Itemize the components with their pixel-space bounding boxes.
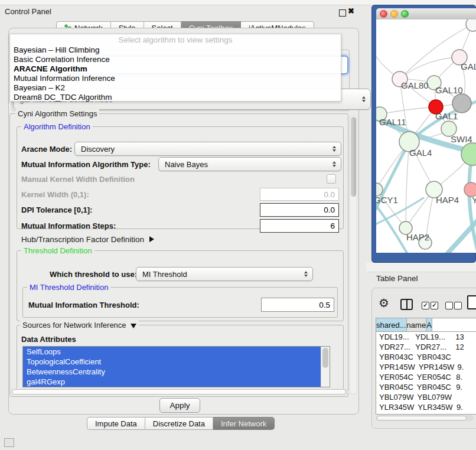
- dropdown-item[interactable]: Bayesian – K2: [10, 83, 341, 93]
- dropdown-item[interactable]: ARACNE Algorithm: [10, 64, 341, 74]
- table-cell: YBR045C: [376, 383, 413, 392]
- table-row[interactable]: YPR145WYPR145W9.: [376, 362, 476, 372]
- table-cell: YPR145W: [376, 363, 415, 371]
- table-row[interactable]: YIL052CYIL052C9.: [376, 412, 476, 415]
- node-table[interactable]: shared...nameA YDL19...YDL19...13YDR27..…: [376, 318, 476, 415]
- network-node[interactable]: [466, 19, 476, 31]
- table-row[interactable]: YDL19...YDL19...13: [376, 332, 476, 342]
- table-row[interactable]: YLR345WYLR345W9.: [376, 402, 476, 412]
- list-vertical-scrollbar[interactable]: [321, 347, 330, 387]
- aracne-mode-combobox[interactable]: Discovery: [74, 142, 341, 156]
- table-panel-title: Table Panel: [376, 274, 418, 283]
- column-header-name[interactable]: name: [407, 318, 427, 331]
- column-header-A[interactable]: A: [426, 318, 432, 331]
- checked-checkbox-icon[interactable]: ✓: [431, 302, 438, 309]
- dpi-tolerance-input[interactable]: 0.0: [260, 203, 339, 217]
- table-cell: YLR345W: [414, 403, 454, 412]
- hub-definition-expander[interactable]: Hub/Transcription Factor Definition: [21, 234, 154, 244]
- apply-button[interactable]: Apply: [159, 398, 200, 413]
- aracne-mode-value: Discovery: [81, 145, 115, 154]
- table-row[interactable]: YBR045CYBR045C9.: [376, 382, 476, 392]
- dropdown-item[interactable]: Dream8 DC_TDC Algorithm: [10, 93, 341, 102]
- mac-close-button[interactable]: [380, 10, 387, 18]
- settings-vertical-scrollbar-thumb[interactable]: [351, 117, 356, 197]
- network-node[interactable]: [452, 94, 471, 113]
- table-row[interactable]: YBR043CYBR043C: [376, 352, 476, 362]
- attribute-list-item[interactable]: BetweennessCentrality: [23, 367, 321, 377]
- node-label: SWI4: [451, 134, 472, 144]
- node-label: GAL: [461, 61, 476, 71]
- table-cell: 9.: [453, 383, 476, 392]
- new-table-icon[interactable]: [467, 295, 476, 309]
- mi-steps-input[interactable]: 6: [260, 219, 339, 233]
- algorithm-definition-legend: Algorithm Definition: [21, 122, 93, 131]
- network-node[interactable]: [461, 143, 476, 165]
- app-root: Control Panel ✖ NetworkStyleSelectCyni T…: [0, 0, 476, 450]
- which-threshold-combobox[interactable]: MI Threshold: [136, 267, 313, 281]
- stepper-arrows-icon: [304, 271, 308, 277]
- mi-type-combobox[interactable]: Naive Bayes: [158, 157, 341, 171]
- minimized-panel-icon[interactable]: [4, 438, 14, 447]
- tab-impute-data[interactable]: Impute Data: [87, 417, 145, 430]
- unchecked-checkbox-icon[interactable]: [454, 302, 462, 309]
- dropdown-placeholder: Select algorithm to view settings: [10, 35, 341, 45]
- attribute-list-item[interactable]: gal4RGexp: [23, 377, 321, 387]
- node-label: GAL11: [379, 117, 406, 127]
- algorithm-dropdown-list: Select algorithm to view settings Bayesi…: [9, 34, 341, 102]
- table-row[interactable]: YBL079WYBL079W: [376, 392, 476, 402]
- mac-minimize-button[interactable]: [390, 10, 398, 18]
- table-cell: YIL052C: [376, 413, 412, 415]
- gear-icon[interactable]: ⚙: [379, 295, 389, 311]
- data-attributes-list[interactable]: SelfLoopsTopologicalCoefficientBetweenne…: [22, 346, 330, 387]
- table-cell: 9.: [452, 413, 476, 415]
- mi-type-label: Mutual Information Algorithm Type:: [21, 157, 151, 171]
- tab-label: Infer Network: [221, 419, 266, 428]
- mac-zoom-button[interactable]: [401, 10, 409, 18]
- dropdown-item[interactable]: Bayesian – Hill Climbing: [10, 45, 341, 55]
- sources-expander[interactable]: Sources for Network Inference: [20, 321, 139, 330]
- table-row[interactable]: YER054CYER054C8.: [376, 372, 476, 382]
- cyni-settings-legend: Cyni Algorithm Settings: [15, 109, 99, 118]
- hub-definition-label: Hub/Transcription Factor Definition: [21, 235, 144, 244]
- list-vertical-scrollbar-thumb[interactable]: [322, 348, 328, 368]
- tab-infer-network[interactable]: Infer Network: [213, 417, 275, 430]
- which-threshold-label: Which threshold to use:: [50, 267, 137, 281]
- sources-legend: Sources for Network Inference: [22, 321, 126, 330]
- dropdown-item[interactable]: Mutual Information Inference: [10, 74, 341, 83]
- aracne-mode-label: Aracne Mode:: [21, 142, 72, 156]
- mi-type-value: Naive Bayes: [165, 160, 208, 169]
- stepper-arrows-icon: [332, 161, 336, 167]
- unchecked-checkbox-icon[interactable]: [445, 302, 453, 309]
- table-cell: 9.: [454, 403, 476, 412]
- which-threshold-value: MI Threshold: [142, 270, 187, 279]
- attribute-list-item[interactable]: SelfLoops: [23, 347, 321, 357]
- mi-threshold-label: Mutual Information Threshold:: [28, 298, 139, 312]
- manual-kernel-checkbox[interactable]: [327, 174, 336, 184]
- network-canvas[interactable]: GALGAL80GAL10GAL1GAL11SWI4GAL4GCY1HAP4YH…: [376, 19, 476, 253]
- stepper-arrows-icon: [362, 96, 366, 102]
- columns-icon[interactable]: [400, 299, 413, 310]
- table-cell: 8.: [453, 373, 476, 381]
- float-window-icon[interactable]: [339, 9, 346, 17]
- attribute-list-item[interactable]: TopologicalCoefficient: [23, 357, 321, 367]
- network-edge[interactable]: [400, 57, 459, 79]
- table-horizontal-scrollbar-thumb[interactable]: [377, 416, 467, 420]
- checked-checkbox-icon[interactable]: ✓: [422, 302, 429, 309]
- stepper-arrows-icon: [332, 146, 336, 152]
- settings-horizontal-scrollbar-thumb[interactable]: [12, 389, 346, 394]
- table-cell: 13: [452, 332, 476, 341]
- column-header-shared...[interactable]: shared...: [376, 318, 407, 331]
- table-cell: YER054C: [376, 373, 413, 381]
- network-edge[interactable]: [380, 107, 436, 114]
- table-cell: YDR27...: [376, 343, 412, 351]
- tab-discretize-data[interactable]: Discretize Data: [145, 417, 213, 430]
- close-icon[interactable]: ✖: [348, 6, 354, 15]
- mi-threshold-input[interactable]: 0.5: [261, 298, 334, 312]
- table-body: YDL19...YDL19...13YDR27...YDR27...12YBR0…: [376, 332, 476, 415]
- table-cell: YDL19...: [412, 332, 452, 341]
- table-cell: 12: [452, 343, 476, 351]
- dropdown-item[interactable]: Basic Correlation Inference: [10, 55, 341, 64]
- table-cell: YBL079W: [376, 393, 414, 402]
- table-row[interactable]: YDR27...YDR27...12: [376, 342, 476, 352]
- kernel-width-input[interactable]: 0.0: [260, 188, 339, 201]
